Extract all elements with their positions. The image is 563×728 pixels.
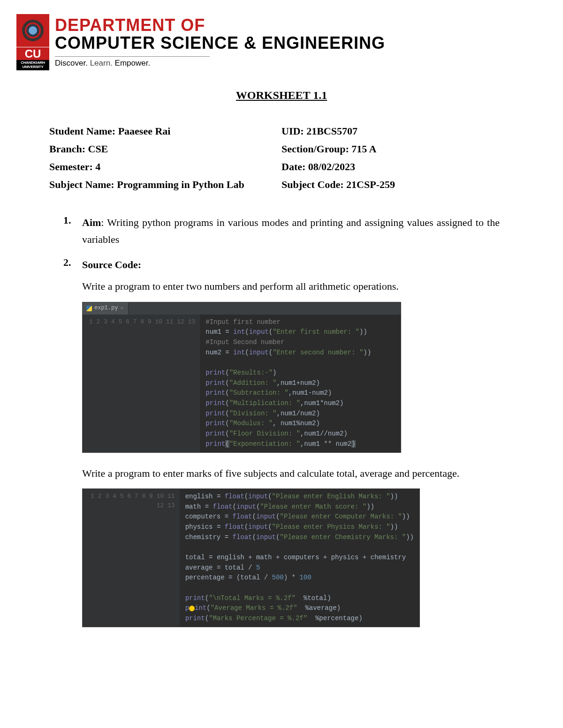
- info-subject-code: Subject Code: 21CSP-259: [282, 179, 514, 191]
- info-branch: Branch: CSE: [49, 143, 282, 155]
- info-student-name: Student Name: Paaesee Rai: [49, 125, 282, 137]
- info-subject-name: Subject Name: Programming in Python Lab: [49, 179, 282, 191]
- item-body: Aim: Writing python programs in various …: [82, 214, 500, 248]
- code-lines: english = float(input("Please enter Engl…: [180, 489, 419, 627]
- content: 1. Aim: Writing python programs in vario…: [63, 214, 500, 639]
- tagline: Discover. Learn. Empower.: [55, 59, 385, 68]
- aim-label: Aim: [82, 217, 101, 228]
- info-date: Date: 08/02/2023: [282, 161, 514, 173]
- item-aim: 1. Aim: Writing python programs in vario…: [63, 214, 500, 248]
- item-body: Source Code: Write a program to enter tw…: [82, 256, 500, 639]
- logo-cu: CU: [16, 47, 49, 60]
- info-section: Section/Group: 715 A: [282, 143, 514, 155]
- tab-filename: exp1.py: [94, 304, 118, 313]
- code-screenshot-2: 1 2 3 4 5 6 7 8 9 10 11 12 13 english = …: [82, 488, 420, 627]
- dept-line-2: COMPUTER SCIENCE & ENGINEERING: [55, 34, 385, 53]
- task-2-text: Write a program to enter marks of five s…: [82, 465, 500, 482]
- student-info: Student Name: Paaesee Rai UID: 21BCS5707…: [49, 125, 514, 191]
- item-number: 1.: [63, 214, 82, 248]
- item-number: 2.: [63, 256, 82, 639]
- department-heading: DEPARTMENT OF COMPUTER SCIENCE & ENGINEE…: [55, 14, 385, 68]
- logo-university-text: CHANDIGARH UNIVERSITY: [16, 60, 49, 70]
- dept-rule: [55, 56, 210, 57]
- task-1-text: Write a program to enter two numbers and…: [82, 278, 500, 295]
- python-file-icon: [86, 306, 92, 311]
- line-number-gutter: 1 2 3 4 5 6 7 8 9 10 11 12 13: [86, 315, 200, 452]
- code-screenshot-1: exp1.py × 1 2 3 4 5 6 7 8 9 10 11 12 13 …: [82, 302, 401, 453]
- code-lines: #Input first number num1 = int(input("En…: [200, 315, 377, 452]
- aim-text: : Writing python programs in various mod…: [82, 217, 500, 245]
- editor-gutter-markers: [83, 315, 86, 452]
- dept-line-1: DEPARTMENT OF: [55, 17, 385, 34]
- bulb-icon: [189, 606, 195, 611]
- close-icon: ×: [120, 304, 123, 313]
- worksheet-title: WORKSHEET 1.1: [16, 89, 547, 102]
- logo-emblem: [16, 14, 49, 47]
- info-uid: UID: 21BCS5707: [282, 125, 514, 137]
- info-semester: Semester: 4: [49, 161, 282, 173]
- university-logo: CU CHANDIGARH UNIVERSITY: [16, 14, 49, 70]
- editor-tab: exp1.py ×: [83, 302, 129, 315]
- editor-tab-bar: exp1.py ×: [83, 302, 401, 315]
- item-source-code: 2. Source Code: Write a program to enter…: [63, 256, 500, 639]
- source-code-label: Source Code:: [82, 256, 500, 273]
- letterhead: CU CHANDIGARH UNIVERSITY DEPARTMENT OF C…: [16, 14, 547, 70]
- line-number-gutter: 1 2 3 4 5 6 7 8 9 10 11 12 13: [83, 489, 180, 627]
